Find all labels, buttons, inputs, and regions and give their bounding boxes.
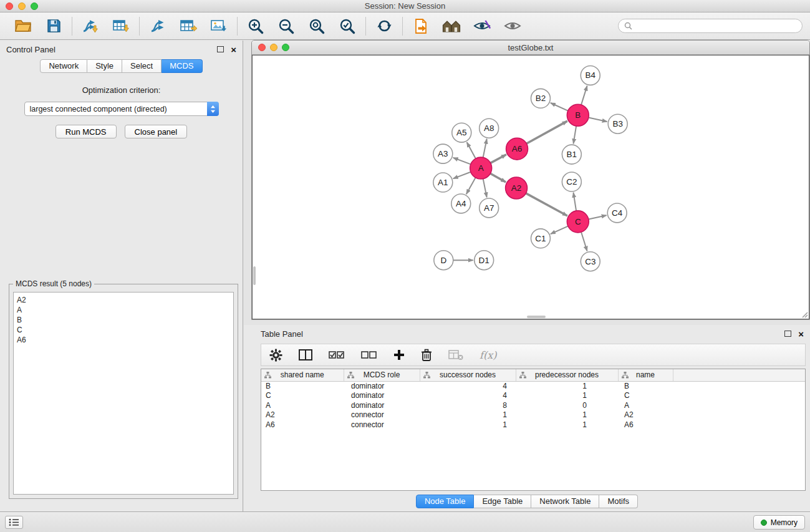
- graph-edge-B-B3[interactable]: [589, 117, 607, 122]
- memory-button[interactable]: Memory: [753, 515, 805, 530]
- table-row[interactable]: Bdominator41B: [261, 381, 805, 391]
- float-table-panel-icon[interactable]: [784, 331, 791, 337]
- column-header[interactable]: shared name: [261, 369, 344, 381]
- horizontal-scrollbar-thumb[interactable]: [527, 316, 546, 318]
- resize-grip[interactable]: [801, 311, 808, 318]
- show-columns-button[interactable]: [299, 346, 312, 364]
- tab-select[interactable]: Select: [122, 59, 162, 73]
- column-type-icon: [423, 372, 430, 379]
- graph-edge-A-A2[interactable]: [490, 173, 506, 182]
- close-panel-button[interactable]: Close panel: [125, 125, 188, 138]
- network-canvas[interactable]: B4B2BB3A8A5A6B1A3AA1C2A2A4A7C4CC1C3DD1: [252, 55, 809, 319]
- column-type-icon: [264, 372, 271, 379]
- import-network-button[interactable]: [80, 16, 100, 36]
- graph-edge-C-C4[interactable]: [589, 215, 607, 219]
- graph-edge-A-A5[interactable]: [467, 142, 476, 158]
- run-mcds-button[interactable]: Run MCDS: [55, 125, 117, 138]
- graph-edge-B-B2[interactable]: [551, 103, 568, 111]
- node-table-container[interactable]: shared nameMCDS rolesuccessor nodesprede…: [261, 369, 806, 491]
- graph-node-label: B1: [567, 150, 577, 159]
- graph-edge-B-B4[interactable]: [581, 86, 587, 105]
- new-table-button[interactable]: [178, 16, 198, 36]
- graph-edge-A-A1[interactable]: [453, 172, 471, 179]
- zoom-window-button[interactable]: [31, 2, 38, 10]
- float-panel-icon[interactable]: [217, 46, 224, 52]
- network-view-window[interactable]: testGlobe.txt B4B2BB3A8A5A6B1A3AA1C2A2A4…: [251, 40, 810, 320]
- zoom-network-window-button[interactable]: [282, 44, 289, 51]
- result-item[interactable]: A: [17, 305, 230, 315]
- tab-edge-table[interactable]: Edge Table: [474, 495, 531, 508]
- close-network-window-button[interactable]: [258, 44, 266, 51]
- tab-network[interactable]: Network: [40, 59, 87, 73]
- hide-graphics-details-button[interactable]: [503, 16, 523, 36]
- refresh-icon: [377, 18, 392, 34]
- graph-edge-A-A8[interactable]: [483, 139, 487, 158]
- tab-mcds[interactable]: MCDS: [162, 59, 202, 73]
- column-header[interactable]: successor nodes: [420, 369, 516, 381]
- save-session-button[interactable]: [44, 16, 64, 36]
- graph-edge-C-C3[interactable]: [581, 232, 587, 251]
- table-settings-button[interactable]: [269, 346, 282, 364]
- graph-edge-B-B1[interactable]: [574, 126, 577, 143]
- graph-edge-A6-B[interactable]: [526, 121, 567, 143]
- result-item[interactable]: A6: [17, 335, 230, 345]
- table-row[interactable]: Cdominator41C: [261, 391, 805, 401]
- main-toolbar: [0, 12, 810, 40]
- graph-edge-A-A3[interactable]: [453, 158, 471, 165]
- minimize-network-window-button[interactable]: [270, 44, 277, 51]
- graph-edge-C-C2[interactable]: [574, 193, 577, 211]
- graph-edge-A2-C[interactable]: [526, 193, 567, 216]
- tab-style[interactable]: Style: [87, 59, 122, 73]
- zoom-in-button[interactable]: [246, 16, 266, 36]
- table-row[interactable]: Adominator80A: [261, 401, 805, 411]
- graph-edge-A-A7[interactable]: [483, 179, 487, 198]
- open-session-button[interactable]: [13, 16, 33, 36]
- result-item[interactable]: A2: [17, 295, 230, 305]
- zoom-selected-button[interactable]: [337, 16, 357, 36]
- new-network-button[interactable]: [148, 16, 168, 36]
- mcds-result-list[interactable]: A2ABCA6: [13, 292, 234, 495]
- result-item[interactable]: C: [17, 325, 230, 335]
- deselect-all-columns-button[interactable]: [361, 346, 377, 364]
- tab-motifs[interactable]: Motifs: [599, 495, 638, 508]
- column-header[interactable]: MCDS role: [344, 369, 420, 381]
- graph-edge-A-A6[interactable]: [491, 155, 506, 163]
- create-column-button[interactable]: [393, 346, 405, 364]
- zoom-selected-icon: [339, 18, 355, 34]
- home-button[interactable]: [441, 16, 461, 36]
- table-row[interactable]: A6connector11A6: [261, 420, 805, 430]
- network-window-controls: [252, 44, 289, 51]
- column-header[interactable]: predecessor nodes: [516, 369, 618, 381]
- network-window-titlebar[interactable]: testGlobe.txt: [252, 41, 809, 55]
- select-all-columns-button[interactable]: [329, 346, 345, 364]
- graph-edge-C-C1[interactable]: [551, 226, 568, 235]
- result-item[interactable]: B: [17, 315, 230, 325]
- network-graph[interactable]: B4B2BB3A8A5A6B1A3AA1C2A2A4A7C4CC1C3DD1: [253, 56, 809, 319]
- export-image-button[interactable]: [209, 16, 229, 36]
- close-window-button[interactable]: [6, 2, 13, 10]
- graph-node-label: C4: [612, 208, 623, 218]
- task-history-button[interactable]: [5, 516, 23, 529]
- delete-table-button[interactable]: [448, 346, 463, 364]
- vertical-scrollbar-thumb[interactable]: [253, 266, 256, 285]
- show-graphics-details-button[interactable]: [472, 16, 492, 36]
- zoom-fit-button[interactable]: [307, 16, 327, 36]
- tab-node-table[interactable]: Node Table: [416, 495, 475, 508]
- column-header[interactable]: name: [618, 369, 673, 381]
- import-table-button[interactable]: [111, 16, 131, 36]
- search-box[interactable]: [618, 19, 803, 33]
- criterion-dropdown[interactable]: largest connected component (directed): [24, 102, 219, 116]
- table-row[interactable]: A2connector11A2: [261, 410, 805, 420]
- graph-edge-A-A4[interactable]: [466, 178, 476, 194]
- zoom-out-button[interactable]: [276, 16, 296, 36]
- close-panel-icon[interactable]: ×: [231, 45, 236, 54]
- tab-network-table[interactable]: Network Table: [531, 495, 599, 508]
- search-input[interactable]: [635, 22, 796, 31]
- export-document-button[interactable]: [411, 16, 431, 36]
- close-table-panel-icon[interactable]: ×: [798, 329, 804, 339]
- refresh-button[interactable]: [374, 16, 394, 36]
- window-titlebar[interactable]: Session: New Session: [0, 0, 810, 12]
- minimize-window-button[interactable]: [18, 2, 26, 10]
- function-builder-button[interactable]: f(x): [480, 346, 496, 364]
- delete-column-button[interactable]: [421, 346, 432, 364]
